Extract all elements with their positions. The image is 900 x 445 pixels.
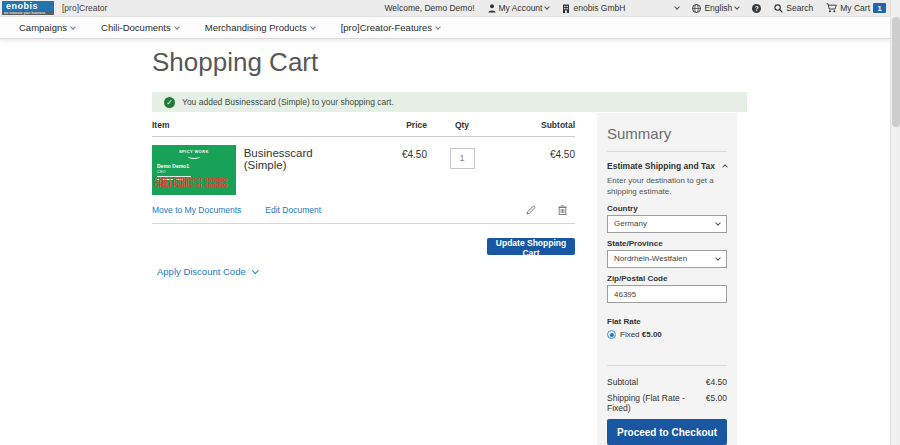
- chevron-down-icon: [675, 4, 681, 10]
- nav-item-procreator-features[interactable]: [pro]Creator-Features: [328, 22, 453, 33]
- page-title: Shopping Cart: [152, 47, 318, 78]
- edit-document-link[interactable]: Edit Document: [265, 205, 321, 215]
- success-message: ✓ You added Businesscard (Simple) to you…: [152, 92, 747, 112]
- zip-label: Zip/Postal Code: [607, 274, 727, 283]
- subtotal-label: Subtotal: [607, 377, 638, 387]
- fixed-rate-radio[interactable]: [607, 330, 616, 339]
- nav-label: Merchandising Products: [205, 22, 307, 33]
- my-account-menu[interactable]: My Account: [488, 3, 550, 13]
- edit-pencil-icon[interactable]: [526, 205, 536, 215]
- search-label: Search: [786, 3, 813, 13]
- country-selected-value: Germany: [614, 219, 647, 228]
- vertical-scrollbar[interactable]: [890, 0, 900, 445]
- cart-table: Item Price Qty Subtotal SPICY WORK Demo …: [152, 120, 575, 224]
- scrollbar-thumb[interactable]: [892, 17, 900, 127]
- nav-label: Chili-Documents: [101, 22, 171, 33]
- shipping-value: €5.00: [706, 393, 727, 413]
- nav-item-merchandising-products[interactable]: Merchandising Products: [192, 22, 328, 33]
- logo-brand-text: enobis: [2, 1, 54, 11]
- app-title: [pro]Creator: [62, 3, 107, 13]
- item-name: Businesscard (Simple): [244, 145, 357, 195]
- card-logo: SPICY WORK: [152, 145, 236, 159]
- language-label: English: [704, 3, 732, 13]
- item-price: €4.50: [357, 145, 427, 195]
- cart-count-badge: 1: [873, 3, 886, 13]
- radio-dot: [610, 333, 614, 337]
- shipping-row: Shipping (Flat Rate - Fixed) €5.00: [607, 390, 727, 416]
- chevron-down-icon: [252, 267, 258, 273]
- apply-discount-code-toggle[interactable]: Apply Discount Code: [157, 266, 257, 277]
- chevron-down-icon: [715, 220, 721, 226]
- card-logo-text: SPICY WORK: [152, 149, 236, 154]
- item-action-icons: [526, 205, 575, 215]
- cart-item-row: SPICY WORK Demo Demo1 CEO CHILI Publishe…: [152, 137, 575, 195]
- welcome-text: Welcome, Demo Demo!: [384, 3, 474, 13]
- success-message-text: You added Businesscard (Simple) to your …: [182, 97, 394, 107]
- col-header-price: Price: [357, 120, 427, 130]
- building-icon: [562, 4, 570, 13]
- chevron-down-icon: [435, 24, 441, 30]
- flat-rate-label: Flat Rate: [607, 317, 727, 326]
- proceed-to-checkout-button[interactable]: Proceed to Checkout: [607, 419, 727, 445]
- card-person-role: CEO: [157, 169, 236, 174]
- my-cart-link[interactable]: My Cart 1: [826, 3, 886, 13]
- nav-label: [pro]Creator-Features: [341, 22, 432, 33]
- search-toggle[interactable]: Search: [774, 3, 813, 13]
- card-watermark: CHILI Publisher sandbo: [154, 181, 227, 188]
- estimate-shipping-title: Estimate Shipping and Tax: [607, 161, 715, 171]
- help-icon[interactable]: ?: [752, 4, 761, 13]
- flat-rate-option-row: Fixed €5.00: [607, 330, 727, 339]
- card-smile-graphic: [188, 154, 200, 159]
- success-check-icon: ✓: [164, 97, 175, 108]
- estimate-hint-text: Enter your destination to get a shipping…: [607, 176, 727, 198]
- my-cart-label: My Cart: [840, 3, 870, 13]
- fixed-rate-text: Fixed €5.00: [620, 330, 662, 339]
- update-shopping-cart-button[interactable]: Update Shopping Cart: [487, 238, 575, 255]
- person-icon: [488, 4, 496, 13]
- qty-cell: [427, 145, 497, 195]
- language-switcher[interactable]: English: [692, 3, 739, 13]
- col-header-subtotal: Subtotal: [497, 120, 575, 130]
- nav-label: Campaigns: [19, 22, 67, 33]
- chevron-down-icon: [70, 24, 76, 30]
- summary-panel: Summary Estimate Shipping and Tax Enter …: [597, 113, 737, 445]
- search-icon: [774, 4, 783, 13]
- main-nav: Campaigns Chili-Documents Merchandising …: [0, 17, 900, 39]
- enobis-logo[interactable]: enobis we innovate your business: [2, 1, 54, 15]
- chevron-down-icon: [174, 24, 180, 30]
- nav-item-chili-documents[interactable]: Chili-Documents: [88, 22, 192, 33]
- cart-table-header: Item Price Qty Subtotal: [152, 120, 575, 137]
- state-label: State/Province: [607, 239, 727, 248]
- logo-tagline: we innovate your business: [2, 11, 54, 15]
- estimate-shipping-toggle[interactable]: Estimate Shipping and Tax: [607, 161, 727, 171]
- chevron-down-icon: [734, 4, 740, 10]
- item-actions-row: Move to My Documents Edit Document: [152, 205, 575, 224]
- company-name: enobis GmbH: [573, 3, 625, 13]
- col-header-qty: Qty: [427, 120, 497, 130]
- qty-input[interactable]: [450, 148, 475, 169]
- header-utility-links: Welcome, Demo Demo! My Account enobis Gm…: [384, 3, 886, 13]
- top-header-bar: enobis we innovate your business [pro]Cr…: [0, 0, 900, 17]
- subtotal-row: Subtotal €4.50: [607, 374, 727, 390]
- chevron-down-icon: [715, 255, 721, 261]
- fixed-rate-option-label: Fixed: [620, 330, 640, 339]
- item-subtotal: €4.50: [497, 145, 575, 195]
- subtotal-value: €4.50: [706, 377, 727, 387]
- fixed-rate-price: €5.00: [642, 330, 662, 339]
- move-to-my-documents-link[interactable]: Move to My Documents: [152, 205, 241, 215]
- company-selector[interactable]: enobis GmbH: [562, 3, 679, 13]
- nav-item-campaigns[interactable]: Campaigns: [6, 22, 88, 33]
- country-label: Country: [607, 204, 727, 213]
- shipping-label: Shipping (Flat Rate - Fixed): [607, 393, 706, 413]
- globe-icon: [692, 4, 701, 13]
- chevron-down-icon: [310, 24, 316, 30]
- apply-discount-code-label: Apply Discount Code: [157, 266, 246, 277]
- country-select[interactable]: Germany: [607, 215, 727, 233]
- item-cell: SPICY WORK Demo Demo1 CEO CHILI Publishe…: [152, 145, 357, 195]
- zip-input[interactable]: [607, 285, 727, 303]
- my-account-label: My Account: [499, 3, 543, 13]
- state-select[interactable]: Nordrhein-Westfalen: [607, 250, 727, 268]
- cart-icon: [826, 3, 837, 13]
- delete-trash-icon[interactable]: [558, 205, 567, 215]
- product-thumbnail[interactable]: SPICY WORK Demo Demo1 CEO CHILI Publishe…: [152, 145, 236, 195]
